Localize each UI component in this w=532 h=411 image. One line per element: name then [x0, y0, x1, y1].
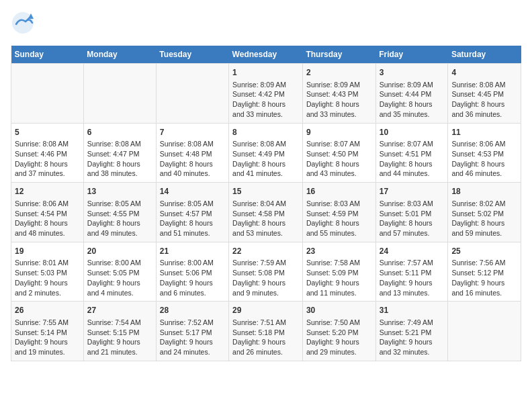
- day-info: and 44 minutes.: [380, 169, 445, 179]
- day-info: Daylight: 9 hours: [380, 278, 445, 288]
- calendar-table: SundayMondayTuesdayWednesdayThursdayFrid…: [11, 46, 521, 361]
- day-info: Sunrise: 8:02 AM: [451, 199, 517, 209]
- day-number: 31: [380, 305, 445, 316]
- calendar-cell: 11Sunrise: 8:06 AMSunset: 4:53 PMDayligh…: [448, 123, 521, 183]
- calendar-cell: 8Sunrise: 8:08 AMSunset: 4:49 PMDaylight…: [229, 123, 303, 183]
- calendar-cell: 20Sunrise: 8:00 AMSunset: 5:05 PMDayligh…: [83, 242, 156, 302]
- header-cell-friday: Friday: [375, 46, 448, 64]
- week-row-0: 1Sunrise: 8:09 AMSunset: 4:42 PMDaylight…: [11, 64, 521, 124]
- day-info: Sunset: 4:57 PM: [160, 209, 225, 219]
- calendar-cell: 23Sunrise: 7:58 AMSunset: 5:09 PMDayligh…: [302, 242, 375, 302]
- day-number: 5: [15, 127, 80, 138]
- calendar-cell: 3Sunrise: 8:09 AMSunset: 4:44 PMDaylight…: [375, 64, 448, 124]
- day-info: and 33 minutes.: [232, 109, 299, 120]
- day-number: 30: [306, 305, 372, 316]
- day-info: Daylight: 9 hours: [232, 278, 299, 288]
- day-number: 23: [306, 246, 372, 257]
- day-info: Sunset: 5:08 PM: [232, 268, 299, 278]
- calendar-cell: 13Sunrise: 8:05 AMSunset: 4:55 PMDayligh…: [83, 183, 156, 242]
- day-info: Sunrise: 8:08 AM: [232, 139, 299, 149]
- day-info: Sunrise: 7:55 AM: [15, 318, 80, 328]
- day-info: Sunrise: 8:09 AM: [306, 80, 372, 90]
- day-info: Daylight: 9 hours: [380, 337, 445, 347]
- day-info: Daylight: 8 hours: [306, 99, 372, 109]
- day-info: and 11 minutes.: [306, 288, 372, 298]
- header-cell-wednesday: Wednesday: [229, 46, 303, 64]
- day-info: Sunset: 4:51 PM: [380, 149, 445, 159]
- day-number: 8: [232, 127, 299, 138]
- day-info: Sunset: 4:47 PM: [87, 149, 152, 159]
- day-info: Sunset: 5:01 PM: [380, 209, 445, 219]
- week-row-2: 12Sunrise: 8:06 AMSunset: 4:54 PMDayligh…: [11, 183, 521, 242]
- calendar-cell: [156, 64, 228, 124]
- day-number: 3: [380, 67, 445, 79]
- day-info: Daylight: 8 hours: [380, 159, 445, 169]
- day-info: Sunrise: 7:49 AM: [380, 318, 445, 328]
- calendar-cell: 5Sunrise: 8:08 AMSunset: 4:46 PMDaylight…: [11, 123, 84, 183]
- day-info: and 40 minutes.: [160, 169, 225, 179]
- day-info: Sunset: 5:11 PM: [380, 268, 445, 278]
- day-info: Sunrise: 7:58 AM: [306, 258, 372, 268]
- day-info: Sunrise: 8:08 AM: [15, 139, 80, 149]
- header-cell-monday: Monday: [83, 46, 156, 64]
- day-info: Sunset: 5:18 PM: [232, 328, 299, 338]
- day-info: Daylight: 9 hours: [87, 337, 152, 347]
- calendar-cell: 15Sunrise: 8:04 AMSunset: 4:58 PMDayligh…: [229, 183, 303, 242]
- day-info: and 21 minutes.: [87, 347, 152, 357]
- day-number: 7: [160, 127, 225, 138]
- calendar-cell: 30Sunrise: 7:50 AMSunset: 5:20 PMDayligh…: [302, 302, 375, 361]
- day-info: Sunrise: 8:08 AM: [87, 139, 152, 149]
- calendar-cell: 22Sunrise: 7:59 AMSunset: 5:08 PMDayligh…: [229, 242, 303, 302]
- day-info: Sunrise: 8:09 AM: [232, 80, 299, 90]
- header-cell-saturday: Saturday: [448, 46, 521, 64]
- day-info: Sunrise: 8:09 AM: [380, 80, 445, 90]
- day-info: Daylight: 9 hours: [451, 278, 517, 288]
- day-number: 26: [15, 305, 80, 316]
- day-info: Sunset: 4:58 PM: [232, 209, 299, 219]
- day-info: Sunrise: 7:59 AM: [232, 258, 299, 268]
- day-number: 2: [306, 67, 372, 79]
- calendar-cell: 19Sunrise: 8:01 AMSunset: 5:03 PMDayligh…: [11, 242, 84, 302]
- calendar-cell: 2Sunrise: 8:09 AMSunset: 4:43 PMDaylight…: [302, 64, 375, 124]
- day-info: Sunrise: 8:00 AM: [87, 258, 152, 268]
- calendar-cell: 7Sunrise: 8:08 AMSunset: 4:48 PMDaylight…: [156, 123, 228, 183]
- day-info: and 6 minutes.: [160, 288, 225, 298]
- day-info: Sunrise: 7:56 AM: [451, 258, 517, 268]
- day-info: Sunrise: 7:51 AM: [232, 318, 299, 328]
- day-info: Daylight: 9 hours: [87, 278, 152, 288]
- calendar-cell: 6Sunrise: 8:08 AMSunset: 4:47 PMDaylight…: [83, 123, 156, 183]
- page-header: [11, 11, 521, 38]
- day-info: Sunrise: 7:57 AM: [380, 258, 445, 268]
- day-info: and 49 minutes.: [87, 228, 152, 238]
- calendar-cell: 18Sunrise: 8:02 AMSunset: 5:02 PMDayligh…: [448, 183, 521, 242]
- calendar-cell: 25Sunrise: 7:56 AMSunset: 5:12 PMDayligh…: [448, 242, 521, 302]
- day-info: Daylight: 8 hours: [451, 218, 517, 228]
- day-info: Sunrise: 7:52 AM: [160, 318, 225, 328]
- day-number: 29: [232, 305, 299, 316]
- logo-icon: [11, 11, 35, 38]
- calendar-cell: 10Sunrise: 8:07 AMSunset: 4:51 PMDayligh…: [375, 123, 448, 183]
- day-info: Daylight: 8 hours: [380, 218, 445, 228]
- day-info: Sunset: 5:06 PM: [160, 268, 225, 278]
- day-info: Daylight: 8 hours: [232, 99, 299, 109]
- calendar-cell: 21Sunrise: 8:00 AMSunset: 5:06 PMDayligh…: [156, 242, 228, 302]
- day-info: and 29 minutes.: [306, 347, 372, 357]
- day-info: Sunset: 4:59 PM: [306, 209, 372, 219]
- day-info: Daylight: 9 hours: [160, 337, 225, 347]
- day-info: Daylight: 8 hours: [306, 159, 372, 169]
- day-info: and 59 minutes.: [451, 228, 517, 238]
- day-number: 16: [306, 186, 372, 197]
- day-number: 14: [160, 186, 225, 197]
- day-number: 27: [87, 305, 152, 316]
- day-info: and 26 minutes.: [232, 347, 299, 357]
- day-info: Daylight: 9 hours: [306, 337, 372, 347]
- day-number: 25: [451, 246, 517, 257]
- day-info: Sunset: 5:09 PM: [306, 268, 372, 278]
- day-info: and 46 minutes.: [451, 169, 517, 179]
- calendar-cell: 16Sunrise: 8:03 AMSunset: 4:59 PMDayligh…: [302, 183, 375, 242]
- day-number: 28: [160, 305, 225, 316]
- day-info: and 41 minutes.: [232, 169, 299, 179]
- day-info: Daylight: 8 hours: [380, 99, 445, 109]
- day-info: Daylight: 9 hours: [232, 337, 299, 347]
- day-info: and 36 minutes.: [451, 109, 517, 120]
